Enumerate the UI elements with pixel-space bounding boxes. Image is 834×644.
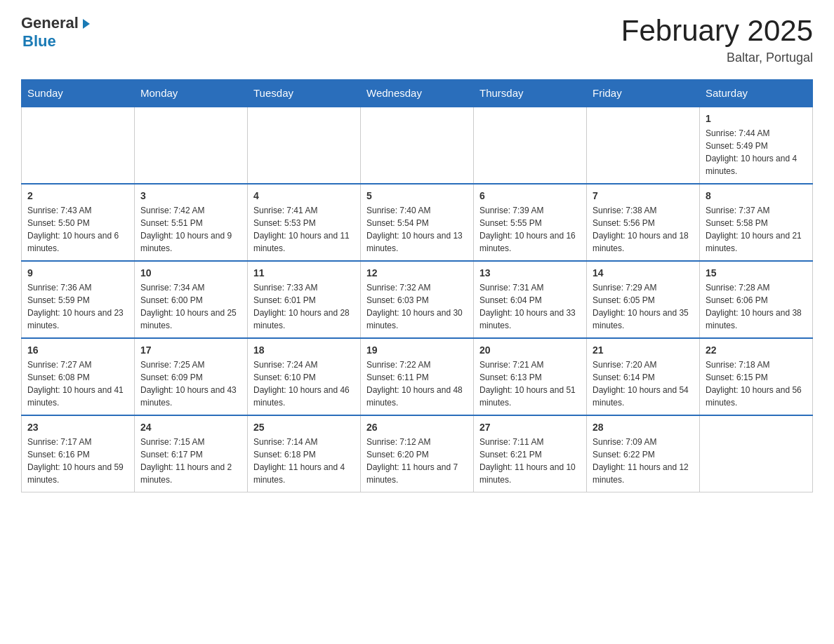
day-info: Sunrise: 7:29 AMSunset: 6:05 PMDaylight:… [593,281,694,332]
logo-general-text: General [21,14,79,32]
day-number: 22 [706,344,807,356]
calendar-cell: 9Sunrise: 7:36 AMSunset: 5:59 PMDaylight… [22,261,135,338]
day-number: 8 [706,190,807,201]
day-number: 28 [593,422,694,433]
day-info: Sunrise: 7:12 AMSunset: 6:20 PMDaylight:… [366,436,468,486]
day-info: Sunrise: 7:15 AMSunset: 6:17 PMDaylight:… [140,436,241,486]
col-sunday: Sunday [22,80,135,107]
day-info: Sunrise: 7:37 AMSunset: 5:58 PMDaylight:… [706,204,807,255]
calendar-cell [474,107,587,184]
day-info: Sunrise: 7:32 AMSunset: 6:03 PMDaylight:… [366,281,468,332]
day-info: Sunrise: 7:25 AMSunset: 6:09 PMDaylight:… [140,358,241,409]
calendar-week-row: 16Sunrise: 7:27 AMSunset: 6:08 PMDayligh… [22,338,813,415]
day-number: 27 [479,422,581,433]
day-number: 25 [253,422,355,433]
calendar-cell: 3Sunrise: 7:42 AMSunset: 5:51 PMDaylight… [135,184,248,261]
day-info: Sunrise: 7:31 AMSunset: 6:04 PMDaylight:… [479,281,581,332]
calendar-cell: 27Sunrise: 7:11 AMSunset: 6:21 PMDayligh… [474,415,587,492]
day-info: Sunrise: 7:41 AMSunset: 5:53 PMDaylight:… [253,204,355,255]
calendar-cell: 17Sunrise: 7:25 AMSunset: 6:09 PMDayligh… [135,338,248,415]
calendar-cell: 11Sunrise: 7:33 AMSunset: 6:01 PMDayligh… [248,261,361,338]
calendar-cell: 1Sunrise: 7:44 AMSunset: 5:49 PMDaylight… [700,107,813,184]
day-info: Sunrise: 7:27 AMSunset: 6:08 PMDaylight:… [27,358,128,409]
day-number: 16 [27,344,128,356]
month-title: February 2025 [621,14,813,48]
day-number: 3 [140,190,241,201]
location: Baltar, Portugal [621,51,813,65]
day-info: Sunrise: 7:38 AMSunset: 5:56 PMDaylight:… [593,204,694,255]
day-number: 4 [253,190,355,201]
day-number: 12 [366,267,468,279]
day-info: Sunrise: 7:14 AMSunset: 6:18 PMDaylight:… [253,436,355,486]
day-info: Sunrise: 7:17 AMSunset: 6:16 PMDaylight:… [27,436,128,486]
calendar-cell: 13Sunrise: 7:31 AMSunset: 6:04 PMDayligh… [474,261,587,338]
day-info: Sunrise: 7:28 AMSunset: 6:06 PMDaylight:… [706,281,807,332]
day-number: 7 [593,190,694,201]
calendar-cell: 12Sunrise: 7:32 AMSunset: 6:03 PMDayligh… [361,261,474,338]
calendar-cell: 15Sunrise: 7:28 AMSunset: 6:06 PMDayligh… [700,261,813,338]
calendar-cell: 6Sunrise: 7:39 AMSunset: 5:55 PMDaylight… [474,184,587,261]
day-number: 19 [366,344,468,356]
col-wednesday: Wednesday [361,80,474,107]
day-info: Sunrise: 7:24 AMSunset: 6:10 PMDaylight:… [253,358,355,409]
day-number: 10 [140,267,241,279]
day-info: Sunrise: 7:44 AMSunset: 5:49 PMDaylight:… [706,127,807,177]
day-number: 20 [479,344,581,356]
calendar-cell: 8Sunrise: 7:37 AMSunset: 5:58 PMDaylight… [700,184,813,261]
calendar-cell [361,107,474,184]
svg-marker-0 [83,19,90,29]
calendar-table: Sunday Monday Tuesday Wednesday Thursday… [21,79,813,492]
day-info: Sunrise: 7:34 AMSunset: 6:00 PMDaylight:… [140,281,241,332]
calendar-cell: 5Sunrise: 7:40 AMSunset: 5:54 PMDaylight… [361,184,474,261]
col-saturday: Saturday [700,80,813,107]
calendar-cell [700,415,813,492]
day-info: Sunrise: 7:09 AMSunset: 6:22 PMDaylight:… [593,436,694,486]
day-info: Sunrise: 7:11 AMSunset: 6:21 PMDaylight:… [479,436,581,486]
calendar-cell: 25Sunrise: 7:14 AMSunset: 6:18 PMDayligh… [248,415,361,492]
day-info: Sunrise: 7:39 AMSunset: 5:55 PMDaylight:… [479,204,581,255]
day-number: 13 [479,267,581,279]
day-info: Sunrise: 7:42 AMSunset: 5:51 PMDaylight:… [140,204,241,255]
calendar-cell: 2Sunrise: 7:43 AMSunset: 5:50 PMDaylight… [22,184,135,261]
day-number: 2 [27,190,128,201]
day-number: 9 [27,267,128,279]
day-number: 21 [593,344,694,356]
col-friday: Friday [587,80,700,107]
calendar-cell: 24Sunrise: 7:15 AMSunset: 6:17 PMDayligh… [135,415,248,492]
calendar-week-row: 2Sunrise: 7:43 AMSunset: 5:50 PMDaylight… [22,184,813,261]
day-info: Sunrise: 7:33 AMSunset: 6:01 PMDaylight:… [253,281,355,332]
day-number: 23 [27,422,128,433]
page-header: General Blue February 2025 Baltar, Portu… [21,14,813,65]
day-number: 1 [706,113,807,124]
calendar-cell [22,107,135,184]
day-number: 6 [479,190,581,201]
calendar-cell: 4Sunrise: 7:41 AMSunset: 5:53 PMDaylight… [248,184,361,261]
calendar-cell: 21Sunrise: 7:20 AMSunset: 6:14 PMDayligh… [587,338,700,415]
calendar-week-row: 23Sunrise: 7:17 AMSunset: 6:16 PMDayligh… [22,415,813,492]
calendar-cell: 18Sunrise: 7:24 AMSunset: 6:10 PMDayligh… [248,338,361,415]
calendar-cell: 23Sunrise: 7:17 AMSunset: 6:16 PMDayligh… [22,415,135,492]
calendar-week-row: 9Sunrise: 7:36 AMSunset: 5:59 PMDaylight… [22,261,813,338]
calendar-cell [248,107,361,184]
logo-arrow-icon [80,18,93,30]
calendar-cell: 22Sunrise: 7:18 AMSunset: 6:15 PMDayligh… [700,338,813,415]
calendar-cell: 19Sunrise: 7:22 AMSunset: 6:11 PMDayligh… [361,338,474,415]
calendar-cell: 14Sunrise: 7:29 AMSunset: 6:05 PMDayligh… [587,261,700,338]
col-thursday: Thursday [474,80,587,107]
day-info: Sunrise: 7:40 AMSunset: 5:54 PMDaylight:… [366,204,468,255]
day-info: Sunrise: 7:22 AMSunset: 6:11 PMDaylight:… [366,358,468,409]
day-info: Sunrise: 7:21 AMSunset: 6:13 PMDaylight:… [479,358,581,409]
col-monday: Monday [135,80,248,107]
day-number: 18 [253,344,355,356]
day-info: Sunrise: 7:18 AMSunset: 6:15 PMDaylight:… [706,358,807,409]
calendar-cell: 7Sunrise: 7:38 AMSunset: 5:56 PMDaylight… [587,184,700,261]
day-info: Sunrise: 7:36 AMSunset: 5:59 PMDaylight:… [27,281,128,332]
day-number: 14 [593,267,694,279]
day-info: Sunrise: 7:20 AMSunset: 6:14 PMDaylight:… [593,358,694,409]
calendar-cell [135,107,248,184]
logo-blue-text: Blue [22,32,56,51]
calendar-week-row: 1Sunrise: 7:44 AMSunset: 5:49 PMDaylight… [22,107,813,184]
day-number: 17 [140,344,241,356]
day-number: 24 [140,422,241,433]
day-number: 15 [706,267,807,279]
